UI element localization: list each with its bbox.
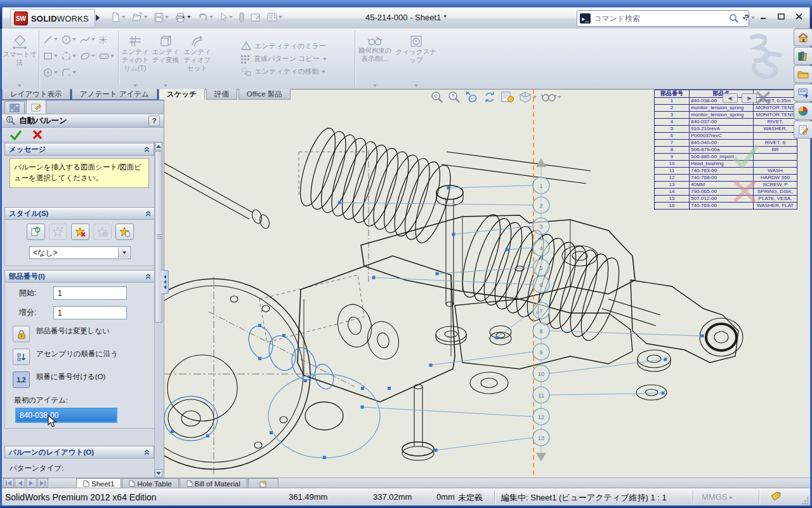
file-explorer-tab[interactable] xyxy=(794,65,812,83)
tag-icon[interactable] xyxy=(770,491,782,504)
units-selector[interactable]: MMGS xyxy=(702,492,733,502)
ok-button[interactable] xyxy=(10,130,22,140)
bom-row[interactable]: 1340MMSCREW, P xyxy=(655,182,797,189)
bom-table[interactable]: 部品番号部品名 1840-038-00RIVET, 6.35m2monitor_… xyxy=(654,90,797,210)
bom-row[interactable]: 4840-037-00RIVET, xyxy=(655,119,797,126)
minimize-button[interactable] xyxy=(757,11,769,22)
cancel-button[interactable] xyxy=(32,130,43,140)
previous-view-icon[interactable] xyxy=(465,91,479,104)
solidworks-resources-tab[interactable] xyxy=(794,29,812,46)
leader-attachment-handle[interactable] xyxy=(701,335,704,338)
bom-column-buttons[interactable]: ◀| |▶ xyxy=(723,93,757,103)
tab-layout[interactable]: レイアウト表示 xyxy=(2,89,70,100)
line-tool[interactable] xyxy=(42,35,59,44)
fillet-tool[interactable] xyxy=(60,68,77,77)
zoom-fit-icon[interactable] xyxy=(431,91,443,104)
bom-row[interactable]: 8506-879-00aBR xyxy=(655,147,797,154)
scroll-thumb[interactable] xyxy=(155,151,162,323)
zoom-area-icon[interactable] xyxy=(448,91,461,104)
bom-row[interactable]: 3monitor_tension_springMONITOR TENS xyxy=(655,112,797,119)
delete-style-button[interactable] xyxy=(71,224,89,240)
style-select[interactable]: <なし> xyxy=(29,246,131,259)
panel-scrollbar[interactable] xyxy=(154,142,163,478)
display-style-button[interactable] xyxy=(519,91,537,104)
message-section-header[interactable]: メッセージ xyxy=(4,143,154,156)
leader-attachment-handle[interactable] xyxy=(435,449,438,452)
pm-help-button[interactable]: ? xyxy=(148,116,160,126)
bom-row[interactable]: 10Head_bushing xyxy=(655,161,797,168)
tab-evaluate[interactable]: 評価 xyxy=(206,89,237,100)
sheet-tab-hole-table[interactable]: Hole Table xyxy=(122,478,178,488)
load-style-button[interactable] xyxy=(115,224,134,240)
circle-tool[interactable] xyxy=(60,35,77,44)
order-sequentially-button[interactable]: 1,2 xyxy=(13,371,30,388)
tab-office[interactable]: Office 製品 xyxy=(239,89,291,100)
leader-attachment-handle[interactable] xyxy=(452,233,455,236)
redraw-icon[interactable] xyxy=(483,91,496,104)
perimeter-circle-tool[interactable] xyxy=(60,51,77,61)
add-style-button[interactable] xyxy=(49,224,67,240)
scroll-up-button[interactable] xyxy=(155,142,162,150)
next-sheet-button[interactable] xyxy=(26,478,37,488)
hide-show-items-button[interactable] xyxy=(541,92,561,102)
sketch-point-tool[interactable] xyxy=(98,36,115,44)
offset-entities-button[interactable]: エンティティオフセット xyxy=(181,30,214,88)
leader-attachment-handle[interactable] xyxy=(436,272,439,276)
apply-default-style-button[interactable] xyxy=(27,224,45,240)
balloon-layout-header[interactable]: バルーンのレイアウト(O) xyxy=(4,446,154,458)
bom-row[interactable]: 5910-210revAWASHER, xyxy=(655,126,797,133)
smart-dimension-button[interactable]: スマート寸法 xyxy=(2,30,37,88)
tab-sketch[interactable]: スケッチ xyxy=(159,89,205,100)
leader-attachment-handle[interactable] xyxy=(662,392,665,395)
display-constraints-button[interactable]: 幾何拘束の表示/削... xyxy=(357,30,393,88)
bom-row[interactable]: 9506-880-00_import xyxy=(655,154,797,161)
follow-assembly-order-button[interactable] xyxy=(13,349,30,365)
start-input[interactable]: 1 xyxy=(53,286,127,300)
convert-entities-button[interactable]: エンティティ変換 xyxy=(150,30,181,88)
leader-attachment-handle[interactable] xyxy=(506,248,509,251)
drawing-canvas[interactable]: 12345678910111213 部品番号部品名 1840-038-00RIV… xyxy=(164,89,810,478)
help-button[interactable]: ? xyxy=(744,13,749,22)
leader-attachment-handle[interactable] xyxy=(664,358,667,361)
first-item-input[interactable]: 840-038-00 xyxy=(15,408,117,423)
move-entities-button[interactable]: エンティティの移動 xyxy=(242,67,326,76)
view-palette-tab[interactable] xyxy=(794,84,812,102)
bom-row[interactable]: 11740-763-00WASH xyxy=(655,168,797,175)
bom-close-icon[interactable] xyxy=(754,90,772,109)
mirror-entities-button[interactable]: エンティティのミラー xyxy=(241,41,325,51)
keep-item-numbers-button[interactable] xyxy=(13,326,30,342)
property-manager-tab[interactable] xyxy=(26,100,46,114)
close-button[interactable] xyxy=(793,11,804,22)
leader-attachment-handle[interactable] xyxy=(429,364,433,367)
sheet-format-icon[interactable] xyxy=(501,91,514,104)
magnifier-icon[interactable] xyxy=(729,13,739,23)
last-sheet-button[interactable] xyxy=(37,478,48,488)
bom-row[interactable]: 2monitor_tension_springMONITOR TENS xyxy=(655,105,797,112)
ellipse-tool[interactable] xyxy=(79,51,96,61)
prev-sheet-button[interactable] xyxy=(15,478,25,488)
item-numbers-header[interactable]: 部品番号(I) xyxy=(4,270,155,283)
leader-attachment-handle[interactable] xyxy=(372,276,376,279)
leader-attachment-handle[interactable] xyxy=(361,406,364,409)
help-caret[interactable] xyxy=(751,17,755,19)
rectangle-tool[interactable] xyxy=(42,51,59,61)
bom-row[interactable]: 14790-065-00SPRING, DISK, xyxy=(655,189,797,196)
tab-annotation[interactable]: アノテート アイテム xyxy=(72,89,157,100)
leader-attachment-handle[interactable] xyxy=(338,201,341,204)
trim-entities-button[interactable]: エンティティのトリム(T) xyxy=(120,30,150,88)
slot-tool[interactable] xyxy=(98,51,115,61)
sheet-tab-sheet1[interactable]: Sheet1 xyxy=(76,478,121,488)
leader-attachment-handle[interactable] xyxy=(447,187,450,190)
feature-manager-tab[interactable] xyxy=(4,101,25,114)
save-style-button[interactable] xyxy=(93,224,112,240)
appearances-tab[interactable] xyxy=(794,102,812,120)
polygon-tool[interactable] xyxy=(42,68,59,77)
design-library-tab[interactable] xyxy=(794,47,812,65)
bom-row[interactable]: 7840-040-00RIVET, S xyxy=(655,140,797,147)
spline-tool[interactable] xyxy=(79,35,96,44)
command-search-box[interactable]: ▸_ コマンド検索 xyxy=(577,10,749,27)
leader-attachment-handle[interactable] xyxy=(495,337,499,340)
style-section-header[interactable]: スタイル(S) xyxy=(4,207,155,220)
style-dropdown-button[interactable] xyxy=(118,248,129,258)
bom-row[interactable]: 16740-769-00WASHER, FLAT xyxy=(655,203,797,210)
